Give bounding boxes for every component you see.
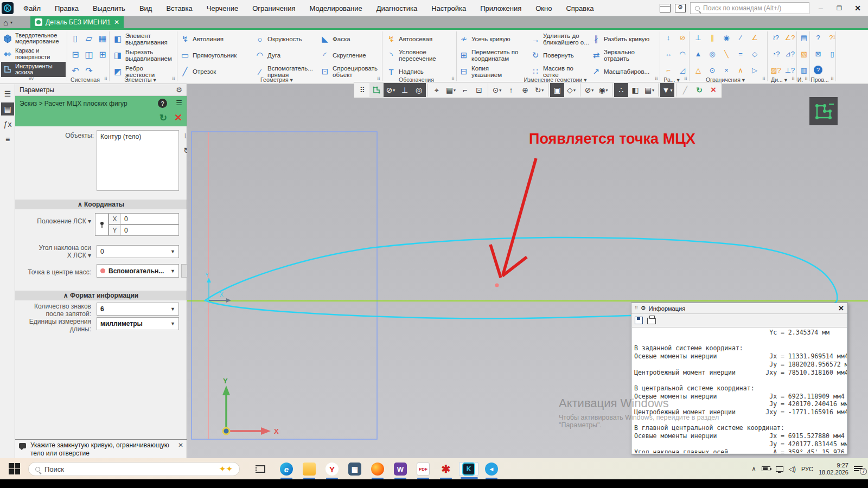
taskbar-app-firefox[interactable] <box>368 462 387 476</box>
mass-center-combo[interactable]: Вспомогательн... ▼ <box>97 264 179 278</box>
battery-icon[interactable] <box>762 466 770 471</box>
refresh-button[interactable]: ↻ <box>692 83 706 97</box>
constraint-perpendicular-icon[interactable]: ⊥ <box>692 30 705 44</box>
clock[interactable]: 9:27 18.02.2026 <box>819 462 848 476</box>
taskbar-app-telegram[interactable]: ◄ <box>482 462 501 476</box>
gear-icon[interactable]: ⚙ <box>176 86 182 94</box>
dimension-angle-icon[interactable]: ◿ <box>676 63 689 77</box>
xray-mode-button[interactable]: ◎ <box>412 83 426 97</box>
menu-6[interactable]: Черчение <box>200 0 246 16</box>
clip-objects-button[interactable]: ⊘▾ <box>384 83 398 97</box>
pan-button[interactable]: ⊕ <box>518 83 532 97</box>
inertia-report-text[interactable]: Yc = 2.345374 мм В заданной системе коор… <box>632 327 847 453</box>
constraint-parallel-icon[interactable]: ∥ <box>706 30 719 44</box>
constraint-arrow-icon[interactable]: ▷ <box>748 63 761 77</box>
window-settings-icon[interactable] <box>675 4 686 12</box>
chevron-down-icon[interactable]: ▾ <box>454 88 456 93</box>
taskbar-app-yandex[interactable]: Y <box>322 462 342 476</box>
drag-handle-icon[interactable]: ⠿ <box>635 306 638 311</box>
measure-axis-icon[interactable]: ⊥? <box>783 63 796 77</box>
print-icon[interactable]: ⊟ <box>69 48 81 61</box>
collapse-chevron-icon[interactable]: ∨∨ <box>28 76 33 81</box>
digits-combo[interactable]: 6 ▼ <box>97 303 179 316</box>
tools-icon-3[interactable]: ▥ <box>797 63 810 77</box>
tools-icon-1[interactable]: ▤ <box>797 30 810 44</box>
axis-angle-combo[interactable]: 0 ▼ <box>97 245 179 258</box>
menu-12[interactable]: Окно <box>528 0 559 16</box>
fillet-tool[interactable]: ◜Скругление <box>320 47 366 63</box>
dimension-diameter-icon[interactable]: ⊘ <box>676 30 689 44</box>
menu-3[interactable]: Выделить <box>86 0 132 16</box>
refresh-icon[interactable]: ↻ <box>159 112 167 124</box>
copilot-sparkles-icon[interactable]: ✦✦ <box>219 464 233 474</box>
extrude-tool[interactable]: ◧Элементвыдавливания <box>113 31 168 47</box>
menu-5[interactable]: Вставка <box>159 0 199 16</box>
check-doc-icon[interactable]: ? <box>812 30 825 44</box>
constraint-concentric-icon[interactable]: ◎ <box>706 47 719 61</box>
print-report-icon[interactable] <box>647 318 656 324</box>
task-view-button[interactable] <box>251 462 270 476</box>
ribbon-group-handle[interactable]: ⠿ <box>451 76 455 81</box>
chevron-down-icon[interactable]: ▾ <box>541 88 544 93</box>
move-by-coordinates-tool[interactable]: ⊞Переместить покоординатам <box>459 47 518 63</box>
mass-center-point[interactable] <box>495 284 499 287</box>
rotate-tool[interactable]: ↻Повернуть <box>531 47 574 63</box>
circle-tool[interactable]: ○Окружность <box>255 31 302 47</box>
save-as-icon[interactable]: ⊞ <box>97 48 108 61</box>
tab-close-icon[interactable]: ✕ <box>114 18 119 26</box>
command-search-input[interactable]: Поиск по командам (Alt+/) <box>690 2 809 14</box>
grid-button[interactable]: ▦▾ <box>444 83 458 97</box>
chevron-down-icon[interactable]: ▾ <box>606 88 608 93</box>
x-value[interactable]: 0 <box>121 214 178 224</box>
help-icon[interactable]: ? <box>158 99 167 108</box>
chevron-down-icon[interactable]: ▾ <box>499 88 501 93</box>
measure-circle-icon[interactable]: ◔? <box>769 47 782 61</box>
mode-button-1[interactable]: Твердотельноемоделирование <box>1 31 66 46</box>
taskbar-app-edge[interactable]: e <box>277 462 296 476</box>
y-coordinate-field[interactable]: Y 0 <box>108 224 179 236</box>
constraint-cross-icon[interactable]: × <box>720 63 733 77</box>
chevron-down-icon[interactable]: ▾ <box>393 88 395 93</box>
preview-icon[interactable]: ◫ <box>83 48 95 61</box>
information-window[interactable]: ⠿ ⚙ Информация ✕ Yc = 2.345374 мм В зада… <box>631 303 848 454</box>
taskbar-app-kompas[interactable]: K <box>459 462 478 476</box>
chevron-down-icon[interactable]: ▾ <box>670 88 672 93</box>
tools-icon-2[interactable]: ▧ <box>797 47 810 61</box>
menu-2[interactable]: Правка <box>48 0 86 16</box>
tree-panel-icon[interactable]: ☰ <box>1 87 14 100</box>
ribbon-group-handle[interactable]: ⠿ <box>805 76 808 81</box>
trim-curve-tool[interactable]: ≁Усечь кривую <box>459 31 510 47</box>
constraint-triangle-icon[interactable]: △ <box>692 63 705 77</box>
menu-hamburger-icon[interactable]: ≡ <box>1 133 14 146</box>
mode-button-3[interactable]: Инструментыэскиза <box>1 62 66 77</box>
measure-angle-icon[interactable]: ∠? <box>783 30 796 44</box>
constraint-coincident-icon[interactable]: ◉ <box>720 30 733 44</box>
chevron-down-icon[interactable]: ▾ <box>591 88 593 93</box>
camera-view-button[interactable]: ◉▾ <box>596 83 610 97</box>
constraint-fix-icon[interactable]: ▲ <box>692 47 705 61</box>
start-button[interactable] <box>9 463 21 475</box>
taskbar-app-windjview[interactable]: W <box>391 462 410 476</box>
menu-11[interactable]: Приложения <box>473 0 528 16</box>
local-cs-button[interactable]: ⌖ <box>430 83 444 97</box>
structure-icon[interactable]: ☰ <box>176 99 182 107</box>
menu-10[interactable]: Настройка <box>424 0 473 16</box>
info-window-close-icon[interactable]: ✕ <box>838 304 844 312</box>
zoom-button[interactable]: ⊙▾ <box>490 83 504 97</box>
taskbar-app-explorer[interactable] <box>299 462 319 476</box>
document-tab[interactable]: Деталь БЕЗ ИМЕНИ1 ✕ <box>30 16 124 28</box>
menu-4[interactable]: Вид <box>132 0 159 16</box>
corner-snap-button[interactable]: ⌐ <box>458 83 472 97</box>
network-icon[interactable] <box>776 466 783 472</box>
minimize-button[interactable]: – <box>814 1 828 15</box>
chevron-down-icon[interactable]: ▾ <box>573 88 576 93</box>
pin-button[interactable] <box>95 213 108 236</box>
menu-1[interactable]: Файл <box>16 0 48 16</box>
help-circle-icon[interactable]: ? <box>812 63 825 77</box>
info-window-titlebar[interactable]: ⠿ ⚙ Информация ✕ <box>631 303 847 314</box>
constraint-symmetric-icon[interactable]: ◇ <box>748 47 761 61</box>
restore-button[interactable]: ❐ <box>832 1 846 15</box>
ribbon-group-handle[interactable]: ⠿ <box>762 76 765 81</box>
taskbar-app-paint[interactable]: ✱ <box>436 462 456 476</box>
chevron-down-icon[interactable]: ▾ <box>652 88 654 93</box>
